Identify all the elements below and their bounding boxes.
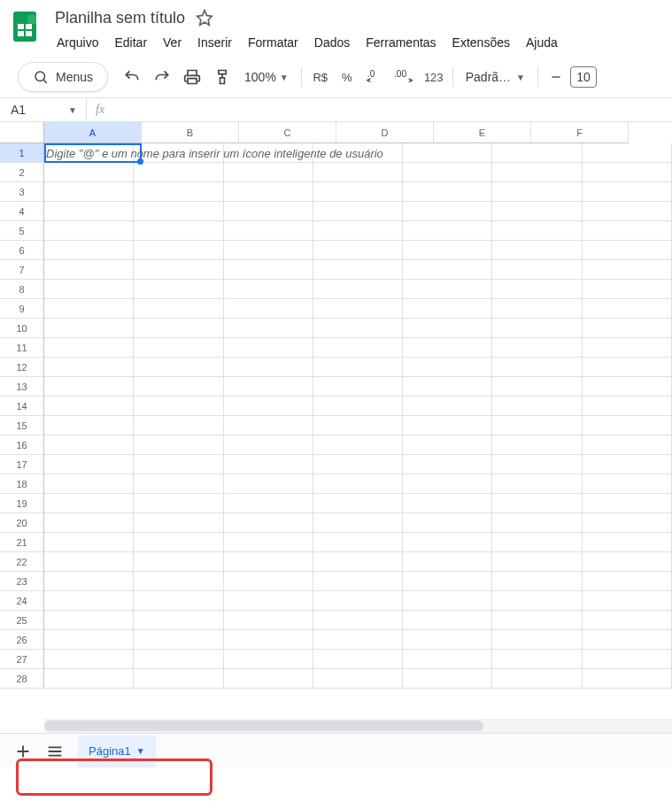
column-header-B[interactable]: B	[142, 122, 239, 143]
svg-text:.0: .0	[367, 69, 375, 79]
row-header-14[interactable]: 14	[0, 397, 44, 416]
menus-button[interactable]: Menus	[18, 62, 108, 92]
sheet-tab-bar: Página1 ▼	[0, 733, 672, 768]
horizontal-scrollbar[interactable]	[44, 719, 672, 733]
row-header-5[interactable]: 5	[0, 221, 44, 241]
row-header-4[interactable]: 4	[0, 202, 44, 221]
dropdown-icon: ▼	[68, 105, 77, 115]
menu-editar[interactable]: Editar	[107, 32, 154, 53]
row-header-8[interactable]: 8	[0, 280, 44, 299]
separator	[301, 67, 302, 87]
dropdown-icon: ▼	[136, 746, 145, 756]
menu-ver[interactable]: Ver	[156, 32, 189, 53]
decrease-decimal-button[interactable]: .0	[362, 64, 389, 90]
dropdown-icon: ▼	[516, 73, 525, 82]
svg-text:.00: .00	[394, 69, 407, 79]
dropdown-icon: ▼	[280, 73, 289, 82]
row-header-15[interactable]: 15	[0, 416, 44, 435]
font-select[interactable]: Padrã… ▼	[460, 70, 530, 84]
row-header-9[interactable]: 9	[0, 299, 44, 319]
row-header-28[interactable]: 28	[0, 669, 44, 689]
row-header-18[interactable]: 18	[0, 474, 44, 494]
all-sheets-button[interactable]	[39, 736, 71, 767]
menu-arquivo[interactable]: Arquivo	[50, 32, 105, 53]
increase-decimal-button[interactable]: .00	[392, 64, 419, 90]
row-header-25[interactable]: 25	[0, 611, 44, 630]
currency-button[interactable]: R$	[309, 67, 332, 88]
row-header-24[interactable]: 24	[0, 591, 44, 611]
menus-label: Menus	[56, 70, 93, 84]
column-headers: ABCDEF	[0, 122, 672, 143]
column-header-D[interactable]: D	[336, 122, 434, 143]
font-size-input[interactable]	[570, 66, 597, 88]
print-button[interactable]	[179, 64, 205, 90]
column-header-C[interactable]: C	[239, 122, 336, 143]
add-sheet-button[interactable]	[7, 736, 39, 767]
spreadsheet-grid: ABCDEF 123456789101112131415161718192021…	[0, 122, 672, 733]
row-header-21[interactable]: 21	[0, 533, 44, 552]
number-format-button[interactable]: 123	[422, 67, 445, 88]
row-header-17[interactable]: 17	[0, 455, 44, 474]
sheet-tab-active[interactable]: Página1 ▼	[78, 736, 156, 767]
row-header-10[interactable]: 10	[0, 319, 44, 338]
row-header-26[interactable]: 26	[0, 630, 44, 650]
row-header-11[interactable]: 11	[0, 338, 44, 358]
svg-point-0	[35, 72, 45, 81]
app-header: Planilha sem título Arquivo Editar Ver I…	[0, 0, 672, 57]
document-title[interactable]: Planilha sem título	[50, 7, 190, 29]
separator	[537, 67, 538, 87]
separator	[452, 67, 453, 87]
row-header-16[interactable]: 16	[0, 435, 44, 455]
menu-extensoes[interactable]: Extensões	[445, 32, 517, 53]
paint-format-button[interactable]	[209, 64, 236, 90]
row-header-13[interactable]: 13	[0, 377, 44, 397]
menu-ajuda[interactable]: Ajuda	[519, 32, 565, 53]
menu-bar: Arquivo Editar Ver Inserir Formatar Dado…	[50, 32, 565, 53]
name-box[interactable]: A1 ▼	[0, 98, 87, 121]
formula-bar-row: A1 ▼ fx	[0, 97, 672, 122]
decrease-font-size-button[interactable]	[545, 66, 567, 88]
menu-inserir[interactable]: Inserir	[190, 32, 239, 53]
row-header-1[interactable]: 1	[0, 143, 44, 163]
row-header-12[interactable]: 12	[0, 358, 44, 377]
select-all-corner[interactable]	[0, 122, 44, 143]
row-header-7[interactable]: 7	[0, 260, 44, 280]
menu-formatar[interactable]: Formatar	[241, 32, 305, 53]
undo-button[interactable]	[119, 64, 145, 90]
percent-button[interactable]: %	[336, 67, 359, 88]
column-header-E[interactable]: E	[434, 122, 531, 143]
column-header-A[interactable]: A	[44, 122, 142, 143]
row-header-27[interactable]: 27	[0, 650, 44, 669]
menu-ferramentas[interactable]: Ferramentas	[359, 32, 443, 53]
redo-button[interactable]	[149, 64, 175, 90]
sheets-logo[interactable]	[7, 9, 42, 44]
cells-area[interactable]	[44, 143, 672, 733]
column-header-F[interactable]: F	[531, 122, 629, 143]
row-header-23[interactable]: 23	[0, 572, 44, 591]
row-header-3[interactable]: 3	[0, 182, 44, 202]
scrollbar-thumb[interactable]	[44, 720, 483, 731]
menu-dados[interactable]: Dados	[307, 32, 357, 53]
row-headers: 1234567891011121314151617181920212223242…	[0, 143, 44, 689]
row-header-22[interactable]: 22	[0, 552, 44, 572]
star-icon[interactable]	[196, 9, 213, 27]
fx-label: fx	[87, 103, 113, 117]
toolbar: Menus 100% ▼ R$ % .0 .00 123 Padrã… ▼	[0, 57, 672, 97]
row-header-2[interactable]: 2	[0, 163, 44, 182]
row-header-19[interactable]: 19	[0, 494, 44, 513]
row-header-6[interactable]: 6	[0, 241, 44, 260]
row-header-20[interactable]: 20	[0, 513, 44, 533]
zoom-select[interactable]: 100% ▼	[239, 70, 294, 84]
